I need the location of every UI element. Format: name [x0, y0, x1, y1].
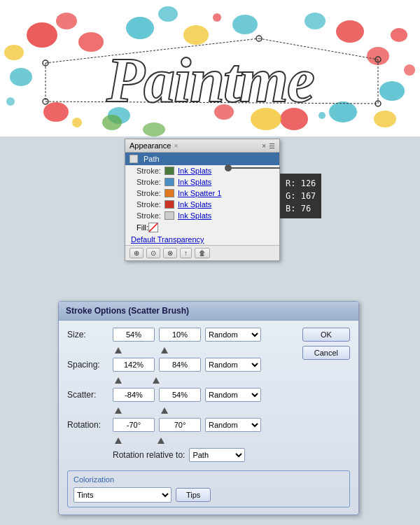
scatter-slider-1[interactable]: [115, 407, 122, 414]
svg-point-27: [6, 97, 15, 106]
color-g: G: 167: [286, 190, 316, 202]
spacing-input-1[interactable]: [113, 358, 155, 372]
spacing-slider-row: [113, 377, 295, 384]
appearance-panel: Appearance × × ☰ Path Stroke: Ink Splats…: [125, 139, 280, 261]
scatter-input-1[interactable]: [113, 388, 155, 402]
svg-point-9: [126, 17, 154, 39]
rotation-slider-1[interactable]: [115, 438, 122, 444]
scatter-method-select[interactable]: Random Fixed: [205, 388, 261, 402]
stroke-color-5[interactable]: [164, 211, 174, 220]
appearance-path-row[interactable]: Path: [125, 153, 279, 165]
fill-icon[interactable]: [148, 223, 158, 232]
rotation-slider-row: [113, 438, 295, 444]
svg-point-14: [10, 68, 32, 86]
spacing-slider-2[interactable]: [153, 377, 160, 384]
spacing-input-2[interactable]: [159, 358, 201, 372]
stroke-name-2[interactable]: Ink Splats: [178, 178, 211, 186]
size-label: Size:: [67, 330, 113, 340]
svg-point-1: [56, 13, 77, 29]
size-input-2[interactable]: [159, 328, 201, 342]
stroke-color-3[interactable]: [164, 189, 174, 197]
stroke-color-1[interactable]: [164, 167, 174, 175]
toolbar-new-btn[interactable]: ⊕: [130, 248, 144, 258]
canvas-svg: Paintme: [0, 0, 420, 136]
stroke-row-1: Stroke: Ink Splats: [125, 165, 279, 176]
rotation-relative-label: Rotation relative to:: [113, 450, 185, 460]
canvas-area: Paintme: [0, 0, 420, 136]
scatter-slider-row: [113, 407, 295, 414]
appearance-toolbar: ⊕ ⊙ ⊗ ↑ 🗑: [125, 245, 279, 260]
color-r: R: 126: [286, 177, 316, 190]
rotation-row: Rotation: Random Fixed: [67, 418, 295, 432]
svg-point-10: [158, 6, 178, 22]
rotation-input-2[interactable]: [159, 418, 201, 432]
stroke-name-4[interactable]: Ink Splats: [178, 200, 211, 209]
stroke-options-title: Stroke Options (Scatter Brush): [59, 302, 358, 321]
stroke-name-5[interactable]: Ink Splats: [178, 211, 211, 220]
svg-point-26: [404, 64, 415, 76]
toolbar-move-up-btn[interactable]: ↑: [180, 248, 192, 258]
scatter-label: Scatter:: [67, 390, 113, 400]
toolbar-copy-btn[interactable]: ⊙: [146, 248, 160, 258]
colorization-select[interactable]: Tints Tints and Shades Hue Shift None: [74, 487, 172, 503]
svg-point-24: [318, 112, 326, 119]
color-b: B: 76: [286, 202, 316, 215]
rotation-input-1[interactable]: [113, 418, 155, 432]
svg-point-12: [304, 13, 326, 29]
rotation-label: Rotation:: [67, 420, 113, 430]
path-icon: [130, 155, 138, 163]
size-slider-2[interactable]: [161, 347, 168, 354]
svg-point-16: [329, 102, 357, 122]
spacing-slider-1[interactable]: [115, 377, 122, 384]
svg-point-13: [379, 81, 405, 101]
spacing-label: Spacing:: [67, 360, 113, 370]
size-slider-1[interactable]: [115, 347, 122, 354]
size-row: Size: Random Fixed: [67, 328, 295, 342]
svg-point-21: [102, 115, 122, 130]
appearance-menu[interactable]: ☰: [269, 142, 275, 150]
rotation-slider-2[interactable]: [158, 438, 164, 444]
fill-row: Fill:: [125, 221, 279, 234]
svg-point-0: [27, 22, 57, 48]
size-method-select[interactable]: Random Fixed: [205, 328, 261, 342]
scatter-input-2[interactable]: [159, 388, 201, 402]
toolbar-delete-btn[interactable]: ⊗: [163, 248, 177, 258]
svg-point-8: [43, 102, 69, 122]
path-label: Path: [144, 155, 160, 163]
svg-point-17: [183, 25, 209, 45]
cancel-button[interactable]: Cancel: [302, 346, 350, 360]
color-tooltip: R: 126 G: 167 B: 76: [280, 174, 321, 218]
appearance-close[interactable]: ×: [262, 142, 266, 150]
svg-point-5: [391, 28, 407, 42]
default-transparency[interactable]: Default Transparency: [125, 234, 279, 245]
svg-point-11: [232, 15, 258, 34]
svg-point-2: [78, 32, 104, 52]
toolbar-trash-btn[interactable]: 🗑: [195, 248, 210, 258]
stroke-name-1[interactable]: Ink Splats: [178, 167, 211, 175]
appearance-title: Appearance: [130, 141, 171, 150]
stroke-color-2[interactable]: [164, 178, 174, 186]
svg-point-3: [336, 20, 364, 43]
spacing-method-select[interactable]: Random Fixed: [205, 358, 261, 372]
svg-point-23: [213, 13, 221, 22]
tips-button[interactable]: Tips: [176, 488, 211, 502]
stroke-row-3: Stroke: Ink Spatter 1: [125, 188, 279, 199]
rotation-method-select[interactable]: Random Fixed: [205, 418, 261, 432]
appearance-titlebar: Appearance × × ☰: [125, 139, 279, 153]
stroke-row-2: Stroke: Ink Splats: [125, 176, 279, 188]
stroke-row-5: Stroke: Ink Splats: [125, 210, 279, 221]
appearance-x: ×: [174, 141, 178, 150]
svg-point-25: [72, 118, 82, 127]
stroke-color-4[interactable]: [164, 200, 174, 209]
ok-button[interactable]: OK: [302, 328, 350, 342]
svg-text:Paintme: Paintme: [106, 46, 314, 115]
size-input-1[interactable]: [113, 328, 155, 342]
scatter-row: Scatter: Random Fixed: [67, 388, 295, 402]
stroke-options-panel: Stroke Options (Scatter Brush) Size: Ran…: [58, 301, 359, 515]
rotation-relative-select[interactable]: Path Page: [189, 448, 245, 462]
scatter-slider-2[interactable]: [161, 407, 168, 414]
stroke-name-3[interactable]: Ink Spatter 1: [178, 189, 221, 197]
colorization-row: Tints Tints and Shades Hue Shift None Ti…: [74, 487, 344, 503]
size-slider-row: [113, 347, 295, 354]
colorization-label: Colorization: [74, 475, 344, 484]
